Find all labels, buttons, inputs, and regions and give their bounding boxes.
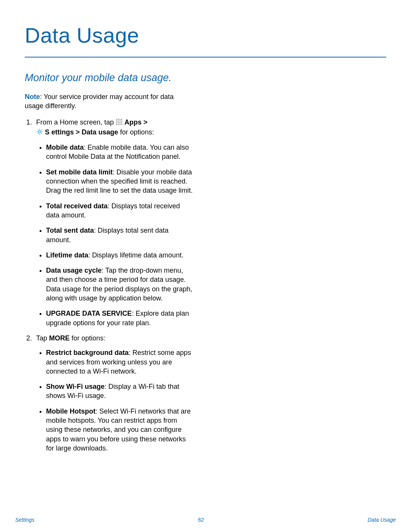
step-list: From a Home screen, tap Apps > S ettings… (25, 118, 194, 453)
list-item: Total sent data: Displays total sent dat… (46, 226, 194, 244)
step-2-text: Tap MORE for options: (36, 334, 105, 342)
footer-left: Settings (15, 517, 35, 523)
footer-page-number: 62 (198, 517, 204, 523)
bullet-head: Show Wi-Fi usage (46, 383, 105, 390)
step1-apps: Apps (124, 118, 142, 126)
bullet-head: Total sent data (46, 227, 94, 234)
step1-bullets: Mobile data: Enable mobile data. You can… (36, 143, 194, 328)
step1-settings: S ettings (45, 128, 74, 136)
svg-point-4 (116, 120, 117, 121)
svg-point-16 (38, 131, 41, 133)
list-item: Restrict background data: Restrict some … (46, 348, 194, 376)
step-2: Tap MORE for options: Restrict backgroun… (34, 334, 194, 453)
settings-icon (36, 128, 43, 137)
manual-page: Data Usage Monitor your mobile data usag… (0, 0, 411, 532)
bullet-head: UPGRADE DATA SERVICE (46, 310, 132, 317)
list-item: Mobile data: Enable mobile data. You can… (46, 143, 194, 161)
svg-point-14 (119, 124, 121, 125)
note-label: Note (25, 93, 40, 101)
svg-point-6 (119, 120, 121, 121)
bullet-body: : Displays lifetime data amount. (88, 251, 183, 259)
svg-point-8 (116, 122, 117, 123)
step2-more: MORE (49, 334, 70, 342)
bullet-head: Mobile Hotspot (46, 407, 96, 415)
bullet-head: Lifetime data (46, 251, 88, 259)
title-rule (25, 57, 386, 58)
bullet-head: Data usage cycle (46, 267, 102, 274)
svg-point-5 (118, 120, 119, 121)
svg-point-9 (118, 122, 119, 123)
bullet-head: Total received data (46, 202, 108, 210)
apps-icon (116, 118, 123, 128)
step1-gt1: > (142, 118, 148, 126)
svg-point-2 (119, 118, 121, 120)
svg-point-13 (118, 124, 119, 125)
footer-right: Data Usage (368, 517, 396, 523)
step2-post: for options: (70, 334, 105, 342)
svg-point-10 (119, 122, 121, 123)
step-1: From a Home screen, tap Apps > S ettings… (34, 118, 194, 328)
step-1-text: From a Home screen, tap Apps > S ettings… (36, 118, 154, 136)
step1-datausage: Data usage (82, 128, 118, 136)
step2-pre: Tap (36, 334, 49, 342)
bullet-head: Set mobile data limit (46, 168, 113, 176)
list-item: Lifetime data: Displays lifetime data am… (46, 251, 194, 260)
list-item: Data usage cycle: Tap the drop-down menu… (46, 266, 194, 303)
list-item: Mobile Hotspot: Select Wi-Fi networks th… (46, 407, 194, 453)
page-footer: Settings 62 Data Usage (15, 517, 396, 523)
bullet-head: Restrict background data (46, 349, 129, 356)
step1-post: for options: (118, 128, 154, 136)
svg-point-12 (116, 124, 117, 125)
list-item: Show Wi-Fi usage: Display a Wi-Fi tab th… (46, 382, 194, 401)
svg-point-7 (121, 120, 122, 121)
step2-bullets: Restrict background data: Restrict some … (36, 348, 194, 453)
note-text: : Your service provider may account for … (25, 93, 174, 110)
svg-point-0 (116, 118, 117, 120)
content-column: Note: Your service provider may account … (25, 92, 194, 453)
list-item: Total received data: Displays total rece… (46, 201, 194, 220)
bullet-head: Mobile data (46, 144, 84, 151)
svg-point-11 (121, 122, 122, 123)
list-item: Set mobile data limit: Disable your mobi… (46, 168, 194, 195)
svg-point-3 (121, 118, 122, 120)
svg-point-15 (121, 124, 122, 125)
step1-gt2: > (74, 128, 82, 136)
list-item: UPGRADE DATA SERVICE: Explore data plan … (46, 309, 194, 328)
page-subtitle: Monitor your mobile data usage. (25, 72, 386, 84)
step1-pre: From a Home screen, tap (36, 118, 116, 126)
note-paragraph: Note: Your service provider may account … (25, 92, 194, 111)
page-title: Data Usage (25, 23, 386, 48)
svg-point-1 (118, 118, 119, 120)
